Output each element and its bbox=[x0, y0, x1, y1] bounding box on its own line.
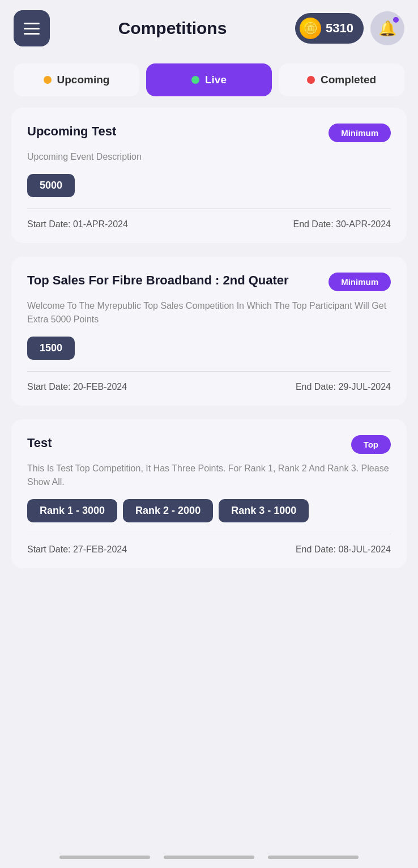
menu-line-1 bbox=[24, 23, 40, 24]
menu-line-3 bbox=[24, 33, 40, 35]
notification-dot bbox=[392, 16, 400, 24]
competition-tabs: Upcoming Live Completed bbox=[0, 57, 418, 108]
card-3-rank3: Rank 3 - 1000 bbox=[219, 499, 309, 522]
card-2-start-date: Start Date: 20-FEB-2024 bbox=[27, 382, 127, 392]
notification-button[interactable]: 🔔 bbox=[370, 11, 404, 45]
card-2-title: Top Sales For Fibre Broadband : 2nd Quat… bbox=[27, 273, 319, 289]
coin-icon: 🪙 bbox=[300, 18, 321, 39]
tab-upcoming-label: Upcoming bbox=[57, 74, 110, 86]
tab-live-label: Live bbox=[205, 74, 227, 86]
live-dot bbox=[191, 76, 199, 84]
card-1-badge: Minimum bbox=[329, 124, 391, 142]
card-3-rank1: Rank 1 - 3000 bbox=[27, 499, 117, 522]
menu-line-2 bbox=[24, 28, 40, 29]
card-3-start-date: Start Date: 27-FEB-2024 bbox=[27, 544, 127, 555]
card-3-description: This Is Test Top Competition, It Has Thr… bbox=[27, 462, 391, 489]
card-3-badge: Top bbox=[351, 435, 391, 454]
card-2-footer: Start Date: 20-FEB-2024 End Date: 29-JUL… bbox=[27, 382, 391, 392]
card-2-divider bbox=[27, 371, 391, 372]
card-2-points-value: 1500 bbox=[27, 337, 75, 360]
card-3-end-date: End Date: 08-JUL-2024 bbox=[296, 544, 391, 555]
card-1-header: Upcoming Test Minimum bbox=[27, 124, 391, 142]
card-2-end-date: End Date: 29-JUL-2024 bbox=[296, 382, 391, 392]
header-actions: 🪙 5310 🔔 bbox=[295, 11, 404, 45]
card-1-points-value: 5000 bbox=[27, 174, 75, 197]
card-1-divider bbox=[27, 209, 391, 209]
card-2-points: 1500 bbox=[27, 337, 391, 360]
bottom-nav-bar bbox=[0, 844, 418, 868]
card-3-rank2: Rank 2 - 2000 bbox=[123, 499, 213, 522]
tab-completed-label: Completed bbox=[321, 74, 376, 86]
tab-upcoming[interactable]: Upcoming bbox=[14, 63, 139, 96]
page-title: Competitions bbox=[118, 19, 227, 38]
competition-card-1: Upcoming Test Minimum Upcoming Event Des… bbox=[11, 108, 407, 243]
card-2-description: Welcome To The Myrepublic Top Sales Comp… bbox=[27, 299, 391, 326]
competitions-list: Upcoming Test Minimum Upcoming Event Des… bbox=[0, 108, 418, 568]
coins-badge: 🪙 5310 bbox=[295, 13, 364, 44]
tab-live[interactable]: Live bbox=[146, 63, 272, 96]
bottom-pill-3 bbox=[268, 856, 359, 859]
card-1-footer: Start Date: 01-APR-2024 End Date: 30-APR… bbox=[27, 219, 391, 229]
coins-value: 5310 bbox=[326, 21, 353, 36]
upcoming-dot bbox=[44, 76, 52, 84]
card-1-points: 5000 bbox=[27, 174, 391, 197]
card-1-description: Upcoming Event Description bbox=[27, 150, 391, 164]
card-3-divider bbox=[27, 534, 391, 534]
card-3-header: Test Top bbox=[27, 435, 391, 454]
bottom-pill-1 bbox=[59, 856, 150, 859]
completed-dot bbox=[307, 76, 315, 84]
card-2-header: Top Sales For Fibre Broadband : 2nd Quat… bbox=[27, 273, 391, 291]
card-3-points: Rank 1 - 3000 Rank 2 - 2000 Rank 3 - 100… bbox=[27, 499, 391, 522]
tab-completed[interactable]: Completed bbox=[279, 63, 404, 96]
card-1-start-date: Start Date: 01-APR-2024 bbox=[27, 219, 128, 229]
competition-card-2: Top Sales For Fibre Broadband : 2nd Quat… bbox=[11, 257, 407, 406]
card-3-title: Test bbox=[27, 435, 342, 452]
menu-button[interactable] bbox=[14, 10, 50, 46]
card-2-badge: Minimum bbox=[329, 273, 391, 291]
card-3-footer: Start Date: 27-FEB-2024 End Date: 08-JUL… bbox=[27, 544, 391, 555]
app-header: Competitions 🪙 5310 🔔 bbox=[0, 0, 418, 57]
card-1-end-date: End Date: 30-APR-2024 bbox=[293, 219, 391, 229]
card-1-title: Upcoming Test bbox=[27, 124, 319, 140]
bottom-pill-2 bbox=[164, 856, 254, 859]
competition-card-3: Test Top This Is Test Top Competition, I… bbox=[11, 419, 407, 568]
